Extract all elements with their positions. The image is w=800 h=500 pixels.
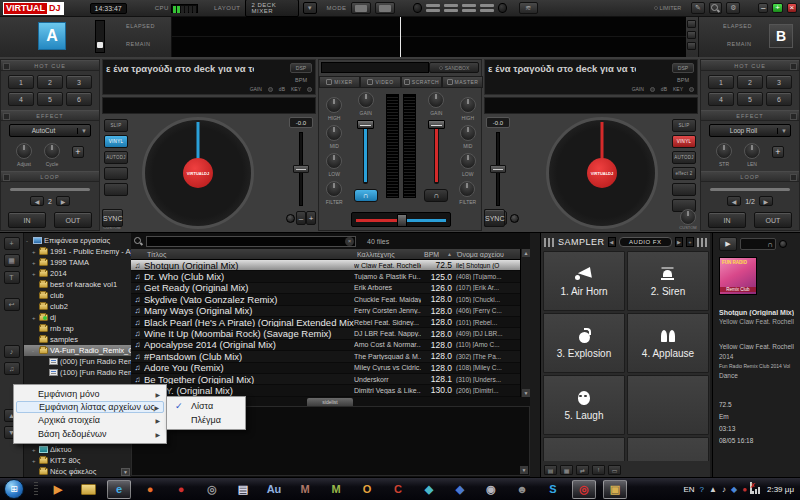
master-bars4-icon[interactable] xyxy=(480,3,494,13)
eq-knob[interactable] xyxy=(460,97,476,113)
taskbar-app-icon[interactable]: ◎ xyxy=(200,480,224,499)
effect-knob2[interactable] xyxy=(744,143,760,159)
eq-knob[interactable] xyxy=(459,181,475,197)
layout-select[interactable]: 2 DECK MIXER xyxy=(245,0,299,17)
sandbox-button[interactable]: SANDBOX xyxy=(429,62,479,73)
sampler-pad[interactable]: 5. Laugh xyxy=(543,375,625,435)
settings-button[interactable]: ⚙ xyxy=(726,2,740,14)
tray-icon[interactable]: ▲ xyxy=(709,485,717,494)
eq-knob[interactable] xyxy=(326,181,342,197)
hotcue-button[interactable]: 3 xyxy=(766,75,792,89)
list-scrollbar[interactable]: ▲ ▼ xyxy=(520,249,530,397)
right-effect-select[interactable]: Loop Roll ▼ xyxy=(709,124,791,137)
taskbar-clock[interactable]: 2:39 μμ xyxy=(767,485,794,494)
tree-item[interactable]: (100) [Fun Radio Remix Clu xyxy=(24,367,131,378)
browser-strip-button[interactable]: ♫ xyxy=(4,362,20,375)
taskbar-app-icon[interactable]: M xyxy=(293,480,317,499)
taskbar-app-icon[interactable]: S xyxy=(541,480,565,499)
gain-knob-right[interactable] xyxy=(428,92,444,108)
loop-out-button[interactable]: OUT xyxy=(754,212,792,228)
deck-mode-button[interactable]: SLIP xyxy=(672,119,696,132)
column-filename[interactable]: Όνομα αρχείου xyxy=(454,251,514,258)
tree-expander[interactable]: - xyxy=(26,238,31,244)
deck-a-volume-slider[interactable] xyxy=(95,20,105,53)
taskbar-app-icon[interactable]: Au xyxy=(262,480,286,499)
sampler-pad[interactable] xyxy=(627,437,709,461)
add-effect-button[interactable]: + xyxy=(772,146,784,158)
deck-a-dsp-button[interactable]: DSP xyxy=(290,63,312,73)
browser-strip-button[interactable]: + xyxy=(4,237,20,250)
track-row[interactable]: ♫ Dr. Who (Club Mix) Tujamo & Plastik Fu… xyxy=(131,271,520,282)
preview-volume-knob[interactable] xyxy=(779,240,787,248)
deck-b-pitch-handle[interactable] xyxy=(490,165,506,173)
taskbar-app-icon[interactable]: ◉ xyxy=(479,480,503,499)
fader-handle-right[interactable] xyxy=(428,120,445,129)
sidelist-scroll-icon[interactable]: ▼ xyxy=(520,466,528,474)
deck-mode-button[interactable] xyxy=(672,183,696,196)
tree-scroll-down[interactable]: ▼ xyxy=(121,468,130,476)
taskbar-app-icon[interactable]: M xyxy=(324,480,348,499)
preview-play-button[interactable]: ▶ xyxy=(719,237,737,251)
grid-view-icon[interactable] xyxy=(697,238,708,247)
track-row[interactable]: ♫ #Pantsdown (Club Mix) The Partysquad &… xyxy=(131,351,520,362)
hotcue-button[interactable]: 3 xyxy=(66,75,92,89)
browser-strip-button[interactable]: ▦ xyxy=(4,254,20,267)
tree-item[interactable]: samples xyxy=(24,334,131,345)
hotcue-button[interactable]: 6 xyxy=(766,92,792,106)
hotcue-button[interactable]: 5 xyxy=(737,92,763,106)
tree-expander[interactable]: + xyxy=(32,271,37,277)
tree-expander[interactable]: + xyxy=(32,249,37,255)
preview-progress[interactable]: ∩ xyxy=(740,238,776,250)
deck-mode-button[interactable]: VINYL xyxy=(104,135,128,148)
fader-handle-left[interactable] xyxy=(357,120,374,129)
deck-a-key-knob[interactable] xyxy=(307,87,312,92)
effect-knob2[interactable] xyxy=(44,143,60,159)
hotcue-button[interactable]: 2 xyxy=(737,75,763,89)
track-row[interactable]: ♫ Adore You (Remix) Miley Cyrus vs Cidri… xyxy=(131,363,520,374)
transport-button[interactable]: SYNC xyxy=(484,209,505,227)
tray-icon[interactable]: ● xyxy=(742,485,747,494)
taskbar-app-icon[interactable]: ● xyxy=(169,480,193,499)
browser-strip-button[interactable]: ♪ xyxy=(4,345,20,358)
deck-b-custom-knob[interactable] xyxy=(680,209,696,225)
sampler-tool-button[interactable]: ▤ xyxy=(544,465,557,475)
close-button[interactable]: × xyxy=(787,3,797,13)
right-loop-collapse-icon[interactable] xyxy=(790,174,797,181)
loop-half-button[interactable]: ◀ xyxy=(727,196,741,206)
taskbar-app-icon[interactable]: ◆ xyxy=(448,480,472,499)
deck-a-plus-button[interactable]: + xyxy=(306,211,316,225)
sampler-tool-button[interactable]: ! xyxy=(592,465,605,475)
sampler-pad[interactable] xyxy=(627,375,709,435)
browser-strip-button[interactable]: ↩ xyxy=(4,298,20,311)
track-row[interactable]: ♫ Shotgun (Original Mix) w Claw Feat. Ro… xyxy=(131,260,520,271)
track-row[interactable]: ♫ Wine It Up (Moombai Rock) (Savage Remi… xyxy=(131,328,520,339)
right-loop-slider[interactable] xyxy=(710,188,790,191)
eq-knob[interactable] xyxy=(326,153,342,169)
scroll-down-icon[interactable]: ▼ xyxy=(522,389,530,397)
sampler-pad[interactable] xyxy=(543,437,625,461)
effect-knob1[interactable] xyxy=(16,143,32,159)
hotcue-button[interactable]: 1 xyxy=(8,75,34,89)
deck-mode-button[interactable]: AUTODJ xyxy=(104,151,128,164)
mixer-tab[interactable]: MIXER xyxy=(319,76,360,88)
record-dot2-icon[interactable] xyxy=(498,3,507,13)
start-button[interactable]: ⊞ xyxy=(4,479,24,499)
mode-screen2-button[interactable] xyxy=(375,2,395,14)
taskbar-app-icon[interactable]: C xyxy=(386,480,410,499)
left-hotcue-collapse-icon[interactable] xyxy=(3,63,10,70)
sampler-tool-button[interactable]: ▭ xyxy=(608,465,621,475)
bank-prev-icon[interactable]: ◀ xyxy=(608,237,616,247)
taskbar-app-icon[interactable]: ◎ xyxy=(572,480,596,499)
taskbar-app-icon[interactable]: ▤ xyxy=(231,480,255,499)
deck-b-keymix-knob[interactable] xyxy=(510,214,519,223)
master-bars2-icon[interactable] xyxy=(444,3,458,13)
transport-button[interactable]: SYNC xyxy=(102,209,123,227)
context-submenu-item[interactable]: ✓ Λίστα xyxy=(169,399,243,413)
left-loop-slider[interactable] xyxy=(10,188,90,191)
mode-screen-button[interactable] xyxy=(351,2,371,14)
deck-mode-button[interactable]: VINYL xyxy=(672,135,696,148)
grid-icon[interactable] xyxy=(544,238,555,247)
bank-next-icon[interactable]: ▶ xyxy=(675,237,683,247)
tree-item[interactable]: + Δίκτυο xyxy=(24,444,131,455)
loop-in-button[interactable]: IN xyxy=(708,212,746,228)
